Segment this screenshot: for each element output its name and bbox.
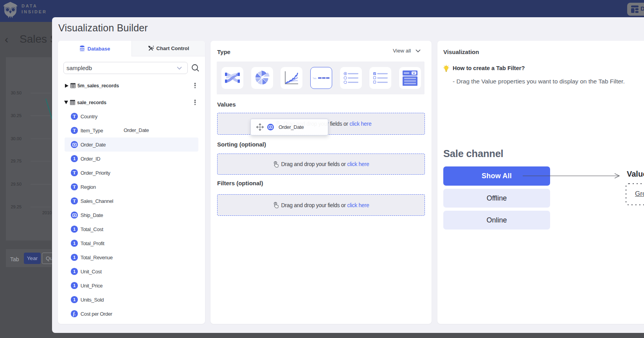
svg-text:Tab: Tab: [313, 77, 317, 80]
